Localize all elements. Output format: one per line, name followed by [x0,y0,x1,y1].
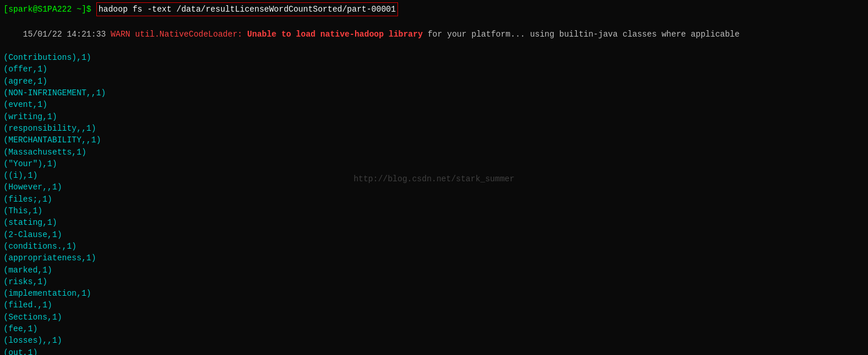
list-item: (fee,1) [3,323,865,335]
list-item: (stating,1) [3,217,865,228]
list-item: (offer,1) [3,63,865,75]
list-item: (agree,1) [3,76,865,87]
warn-date: 15/01/22 14:21:33 [23,30,111,39]
list-item: (Contributions),1) [3,52,865,63]
list-item: (marked,1) [3,264,865,276]
list-item: (MERCHANTABILITY,,1) [3,134,865,146]
list-item: (risks,1) [3,276,865,288]
list-item: (event,1) [3,99,865,110]
list-item: ("Your"),1) [3,158,865,170]
command-line: [spark@S1PA222 ~]$ hadoop fs -text /data… [3,2,865,16]
prompt: [spark@S1PA222 ~]$ [3,3,96,15]
list-item: (files;,1) [3,193,865,205]
command-input: hadoop fs -text /data/resultLicenseWordC… [96,2,398,16]
list-item: (conditions.,1) [3,241,865,252]
terminal: [spark@S1PA222 ~]$ hadoop fs -text /data… [0,0,868,355]
list-item: (However,,1) [3,181,865,193]
list-item: (2-Clause,1) [3,229,865,241]
list-item: (out,1) [3,347,865,355]
list-item: (losses),,1) [3,335,865,346]
list-item: (Massachusetts,1) [3,146,865,158]
warn-label: WARN util.NativeCodeLoader: [111,30,247,39]
warn-line: 15/01/22 14:21:33 WARN util.NativeCodeLo… [3,16,865,52]
warn-msg-end: for your platform... using builtin-java … [423,30,740,39]
data-lines: (Contributions),1)(offer,1)(agree,1)(NON… [3,52,865,355]
list-item: (Sections,1) [3,311,865,323]
list-item: ((i),1) [3,170,865,181]
list-item: (implementation,1) [3,288,865,299]
list-item: (NON-INFRINGEMENT,,1) [3,87,865,99]
list-item: (This,1) [3,205,865,217]
warn-msg-highlight: Unable to load native-hadoop library [247,30,422,39]
list-item: (responsibility,,1) [3,123,865,134]
list-item: (filed.,1) [3,299,865,311]
list-item: (appropriateness,1) [3,252,865,264]
list-item: (writing,1) [3,111,865,123]
